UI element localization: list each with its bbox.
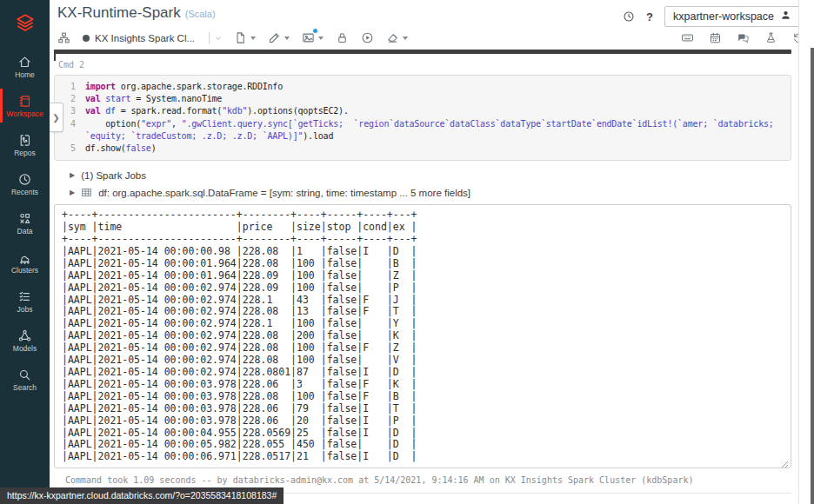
clear-menu-button[interactable] <box>386 31 408 44</box>
eraser-icon <box>386 31 399 44</box>
repos-icon <box>17 133 32 148</box>
dataframe-summary-row[interactable]: ▶ df: org.apache.spark.sql.DataFrame = [… <box>70 187 791 198</box>
file-menu-button[interactable] <box>234 31 256 44</box>
sidebar-item-workspace[interactable]: Workspace <box>0 86 50 125</box>
notification-dot <box>313 29 317 33</box>
spark-jobs-row[interactable]: ▶ (1) Spark Jobs <box>70 170 791 181</box>
notebook-language[interactable]: (Scala) <box>185 9 216 19</box>
edit-menu-button[interactable] <box>268 31 290 44</box>
search-icon <box>17 368 32 382</box>
lock-permissions-icon[interactable] <box>336 31 349 44</box>
expand-triangle-icon: ▶ <box>70 189 75 196</box>
table-grid-icon <box>81 187 92 198</box>
sidebar-item-data[interactable]: Data <box>0 203 50 242</box>
sidebar-item-label: Recents <box>11 189 38 196</box>
caret-down-icon <box>318 36 324 40</box>
data-icon <box>17 211 32 226</box>
comments-icon[interactable] <box>737 31 750 44</box>
file-icon <box>234 31 247 44</box>
recents-icon <box>17 172 32 187</box>
notebook-toolbar: KX Insights Spark Cl... <box>50 26 814 50</box>
sidebar-item-search[interactable]: Search <box>0 360 50 399</box>
expand-triangle-icon: ▶ <box>70 172 75 179</box>
sidebar-item-models[interactable]: Models <box>0 321 50 360</box>
databricks-notebook-app: Home Workspace Repos Recents Data C <box>0 0 814 504</box>
caret-down-icon <box>403 36 408 40</box>
sidebar-item-label: Workspace <box>6 110 43 118</box>
clusters-icon <box>17 250 32 265</box>
sidebar-item-label: Models <box>13 345 37 353</box>
sidebar-item-label: Data <box>17 228 33 235</box>
schedule-calendar-icon[interactable] <box>709 31 722 44</box>
help-button[interactable]: ? <box>646 10 653 23</box>
caret-down-icon <box>284 36 290 40</box>
cmd2-label: Cmd 2 <box>58 60 791 70</box>
main-area: KX-Runtime-Spark (Scala) ? kxpartner-wor… <box>50 0 814 504</box>
models-icon <box>17 328 32 343</box>
output-pre: +----+-----------------------+--------+-… <box>62 209 784 463</box>
home-icon <box>17 55 32 70</box>
sidebar-item-label: Home <box>15 71 35 79</box>
cluster-selector[interactable]: KX Insights Spark Cl... <box>83 32 222 44</box>
page-scrollbar[interactable] <box>798 0 814 504</box>
top-right-controls: ? kxpartner-workspace <box>623 6 800 27</box>
sidebar-item-recents[interactable]: Recents <box>0 164 50 203</box>
sidebar: Home Workspace Repos Recents Data C <box>0 0 50 504</box>
sidebar-item-home[interactable]: Home <box>0 47 50 86</box>
clock-status-icon[interactable] <box>623 10 635 23</box>
pencil-edit-icon <box>268 31 281 44</box>
keyboard-shortcuts-icon[interactable] <box>681 31 694 44</box>
divider <box>209 32 210 44</box>
workspace-selector-label: kxpartner-workspace <box>673 10 774 23</box>
sidebar-item-jobs[interactable]: Jobs <box>0 282 50 321</box>
sitemap-icon[interactable] <box>57 31 70 44</box>
cluster-name: KX Insights Spark Cl... <box>95 33 195 43</box>
chevron-down-icon <box>215 35 222 42</box>
sidebar-item-clusters[interactable]: Clusters <box>0 242 50 282</box>
sidebar-item-label: Search <box>13 384 37 392</box>
workspace-icon <box>17 94 32 109</box>
code-cell[interactable]: 1import org.apache.spark.storage.RDDInfo… <box>54 75 791 161</box>
jobs-icon <box>17 289 32 304</box>
caret-down-icon <box>250 36 256 40</box>
notebook-title[interactable]: KX-Runtime-Spark <box>57 5 181 20</box>
spark-jobs-label: (1) Spark Jobs <box>81 170 146 181</box>
notebook-content: Cmd 2 1import org.apache.spark.storage.R… <box>54 50 791 504</box>
resize-grip-icon[interactable] <box>780 457 789 466</box>
cluster-status-dot <box>83 35 90 42</box>
status-bar-url: https://kx-kxpartner.cloud.databricks.co… <box>0 487 284 504</box>
scrollbar-thumb[interactable] <box>811 48 814 504</box>
databricks-logo-icon[interactable] <box>14 0 37 47</box>
experiment-flask-icon[interactable] <box>764 31 777 44</box>
run-all-icon[interactable] <box>361 31 374 44</box>
sidebar-expand-button[interactable]: ❯ <box>50 103 63 132</box>
command-footer: Command took 1.09 seconds -- by databric… <box>65 475 791 485</box>
sidebar-item-repos[interactable]: Repos <box>0 125 50 164</box>
output-box[interactable]: +----+-----------------------+--------+-… <box>54 204 791 468</box>
sidebar-item-label: Repos <box>14 149 36 157</box>
code-lines: 1import org.apache.spark.storage.RDDInfo… <box>55 81 785 155</box>
collapsed-cell[interactable] <box>54 50 791 54</box>
view-menu-button[interactable] <box>302 31 324 44</box>
sidebar-item-label: Clusters <box>11 267 38 275</box>
image-icon <box>302 31 315 44</box>
sidebar-item-label: Jobs <box>17 306 33 314</box>
workspace-selector[interactable]: kxpartner-workspace <box>664 6 800 27</box>
dataframe-summary: df: org.apache.spark.sql.DataFrame = [sy… <box>98 188 470 198</box>
user-icon <box>780 10 791 23</box>
